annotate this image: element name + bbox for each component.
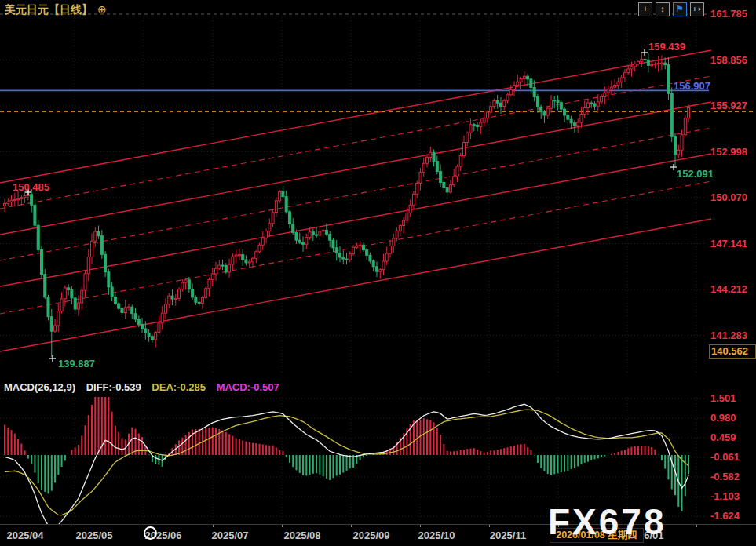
date-axis-label: 2025/04 <box>0 530 53 541</box>
date-axis-tick <box>351 525 352 527</box>
mouse-cursor-ring <box>144 526 157 540</box>
add-indicator-icon[interactable]: ⊕ <box>97 3 107 16</box>
price-axis-label: 147.141 <box>710 238 754 249</box>
price-axis-label: 150.070 <box>710 191 754 203</box>
price-axis-label: 141.283 <box>710 329 754 341</box>
period-tag: 【日线】 <box>49 3 93 16</box>
macd-axis-label: -1.624 <box>710 510 754 522</box>
date-axis-tick <box>489 525 490 527</box>
axis-scale-icon[interactable]: ↕ <box>656 2 670 16</box>
annotation-swing-high-159: 159.439 <box>648 41 685 53</box>
pan-chart-icon[interactable]: + <box>638 2 652 16</box>
date-axis-label: 2025/07 <box>203 530 257 541</box>
exit-right-icon[interactable]: ↦ <box>690 2 704 16</box>
macd-axis-label: -1.103 <box>710 490 754 502</box>
price-axis-label: 161.785 <box>710 8 754 20</box>
crosshair-price-label: 140.562 <box>709 344 756 359</box>
date-axis-tick <box>696 525 697 527</box>
price-axis-label: 144.212 <box>710 283 754 295</box>
watermark-logo: FX678 <box>548 500 667 543</box>
macd-axis-label: 0.459 <box>710 431 754 443</box>
date-axis-tick <box>213 525 214 527</box>
annotation-swing-low-152: 152.091 <box>677 168 714 180</box>
macd-dea-value: DEA:-0.285 <box>152 381 206 393</box>
chart-title-bar: 美元日元【日线】⊕ <box>5 3 107 17</box>
macd-axis-label: 0.980 <box>710 412 754 424</box>
macd-axis-label: 1.501 <box>710 392 754 404</box>
date-axis-label: 2025/05 <box>67 530 122 541</box>
price-axis-label: 155.927 <box>710 100 754 111</box>
macd-macd-value: MACD:-0.507 <box>217 381 279 393</box>
date-axis-label: 2025/11 <box>480 530 535 541</box>
trading-chart-window: 美元日元【日线】⊕ +↕⚑↦ 161.785158.856155.927152.… <box>0 0 756 546</box>
date-axis-label: 2025/10 <box>409 530 464 541</box>
chart-canvas[interactable] <box>0 0 756 524</box>
date-axis-tick <box>282 525 283 527</box>
date-axis-tick <box>420 525 421 527</box>
annotation-swing-low-139: 139.887 <box>58 358 95 369</box>
macd-header: MACD(26,12,9) DIFF:-0.539 DEA:-0.285 MAC… <box>4 381 287 393</box>
date-axis-label: 2025/08 <box>275 530 330 541</box>
chart-toolbar: +↕⚑↦ <box>638 2 704 16</box>
price-axis-label: 152.998 <box>710 146 754 158</box>
date-axis-tick <box>75 525 75 527</box>
date-axis-label: 2025/09 <box>344 530 399 541</box>
macd-axis-label: -0.582 <box>710 471 754 482</box>
price-axis-label: 158.856 <box>710 54 754 66</box>
macd-diff-value: DIFF:-0.539 <box>86 381 141 393</box>
annotation-level-label-156: 156.907 <box>674 80 710 92</box>
symbol-title: 美元日元 <box>5 3 49 16</box>
annotation-swing-high-150: 150.485 <box>13 181 49 193</box>
flag-marker-icon[interactable]: ⚑ <box>673 2 687 16</box>
macd-formula-label: MACD(26,12,9) <box>4 381 75 393</box>
date-axis-tick <box>144 525 144 527</box>
macd-axis-label: -0.061 <box>710 451 754 463</box>
